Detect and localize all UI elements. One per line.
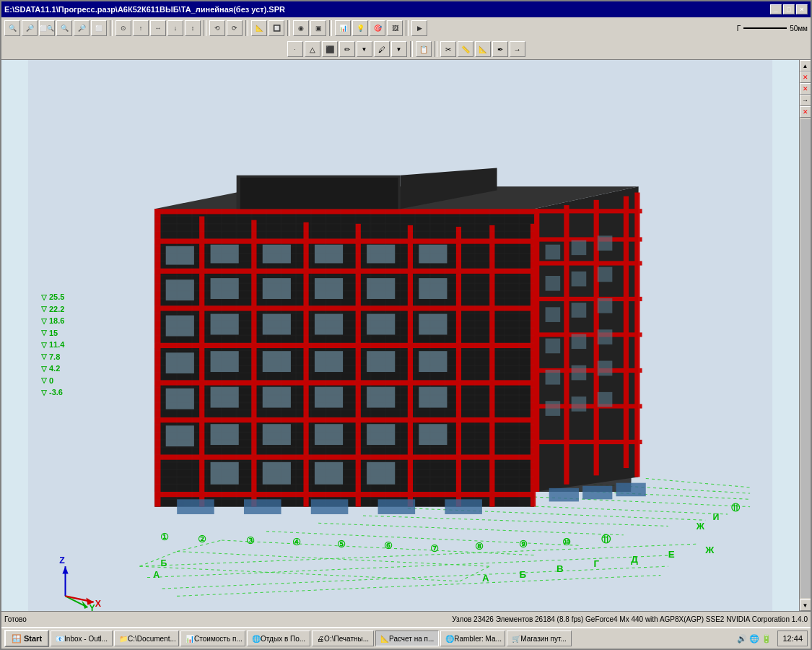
taskbar-item-icon-4: 🖨 <box>317 635 324 643</box>
chart-button[interactable]: 📊 <box>335 20 351 36</box>
level-value: 18.6 <box>49 315 64 327</box>
clock-display: 12:44 <box>782 634 803 643</box>
separator-6 <box>406 20 409 36</box>
taskbar-item-6[interactable]: 🌐 Rambler: Ма... <box>440 630 505 646</box>
svg-text:И: И <box>713 512 720 522</box>
dropdown1-button[interactable]: ▼ <box>357 41 372 57</box>
play-button[interactable]: ▶ <box>411 20 427 36</box>
select2-button[interactable]: ▣ <box>310 20 326 36</box>
clipboard-button[interactable]: 📋 <box>416 41 432 57</box>
dropdown2-button[interactable]: ▼ <box>391 41 407 57</box>
svg-text:①: ① <box>160 532 169 542</box>
svg-text:Ж: Ж <box>704 545 715 555</box>
start-button[interactable]: 🪟 Start <box>4 630 49 647</box>
svg-text:⑥: ⑥ <box>384 540 393 551</box>
svg-rect-42 <box>534 209 539 492</box>
svg-text:Е: Е <box>668 549 675 560</box>
scroll-arrow-btn[interactable]: → <box>800 95 811 106</box>
zoom-in-button[interactable]: 🔍 <box>4 20 20 36</box>
taskbar-item-icon-1: 📁 <box>119 635 128 643</box>
dot-tool-button[interactable]: · <box>287 41 303 57</box>
status-ready: Готово <box>4 615 452 623</box>
level-18-6: ▽ 18.6 <box>41 315 64 327</box>
pencil-tool-button[interactable]: ✏ <box>339 41 355 57</box>
svg-text:⑪: ⑪ <box>601 534 611 545</box>
maximize-button[interactable]: □ <box>783 4 795 14</box>
svg-text:А: А <box>153 570 160 580</box>
view-button[interactable]: 🖼 <box>387 20 403 36</box>
toolbar-row-2: · △ ⬛ ✏ ▼ 🖊 ▼ 📋 ✂ 📏 📐 ✒ → <box>1 39 811 59</box>
svg-rect-112 <box>598 392 613 407</box>
minimize-button[interactable]: _ <box>770 4 782 14</box>
svg-text:②: ② <box>198 534 206 545</box>
taskbar-tray: 🔊 🌐 🔋 12:44 <box>737 630 808 646</box>
rotate-cw-button[interactable]: ⟳ <box>227 20 243 36</box>
shade-button[interactable]: 🔲 <box>269 20 284 36</box>
taskbar-item-4[interactable]: 🖨 O:\Печатны... <box>312 630 374 646</box>
taskbar-item-icon-6: 🌐 <box>445 635 454 643</box>
scroll-down-button[interactable]: ▼ <box>800 599 811 611</box>
svg-rect-119 <box>244 499 281 514</box>
arrow-button[interactable]: → <box>510 41 525 57</box>
svg-rect-49 <box>534 332 642 337</box>
svg-rect-45 <box>624 196 629 468</box>
taskbar-item-5[interactable]: 📐 Расчет на п... <box>375 630 439 646</box>
svg-rect-108 <box>572 365 587 381</box>
scale-label: 50мм <box>790 25 808 32</box>
orbit-button[interactable]: ↕ <box>185 20 201 36</box>
taskbar-clock: 12:44 <box>777 630 808 646</box>
cut-tool-button[interactable]: ✂ <box>440 41 456 57</box>
taskbar-item-0[interactable]: 📧 Inbox - Outl... <box>51 630 113 646</box>
taskbar-item-1[interactable]: 📁 C:\Document... <box>114 630 179 646</box>
zoom-box-button[interactable]: ⬜🔍 <box>39 20 55 36</box>
angle-button[interactable]: 📐 <box>475 41 491 57</box>
right-scrollbar: ▲ ✕ ✕ → ✕ ▼ <box>799 60 811 611</box>
rotate-ccw-button[interactable]: ⟲ <box>209 20 225 36</box>
pan-down-button[interactable]: ↓ <box>167 20 183 36</box>
svg-rect-52 <box>534 440 642 444</box>
pan-up-button[interactable]: ↑ <box>133 20 149 36</box>
zoom-in2-button[interactable]: 🔍 <box>56 20 72 36</box>
close-button[interactable]: × <box>796 4 808 14</box>
svg-rect-54 <box>534 237 642 241</box>
level-value: -3.6 <box>49 386 63 399</box>
target-button[interactable]: 🎯 <box>370 20 385 36</box>
svg-rect-120 <box>311 499 349 514</box>
scrollbar-track[interactable] <box>800 119 811 598</box>
window-title: E:\SDATA11.1\Прогресс.разр\А6К52К611ВЫБ\… <box>4 5 285 14</box>
zoom-extent-button[interactable]: ⬜ <box>91 20 107 36</box>
svg-rect-102 <box>572 303 587 318</box>
svg-rect-109 <box>598 361 613 376</box>
viewport[interactable]: ① ② ③ ④ ⑤ ⑥ ⑦ ⑧ ⑨ ⑩ ⑪ А Б В Г <box>1 60 799 611</box>
pan-lr-button[interactable]: ↔ <box>150 20 166 36</box>
level-11-4: ▽ 11.4 <box>41 339 64 351</box>
taskbar-item-3[interactable]: 🌐 Отдых в По... <box>247 630 310 646</box>
taskbar-item-2[interactable]: 📊 Стоимость п... <box>180 630 245 646</box>
level-value: 22.2 <box>49 303 64 316</box>
draw-button[interactable]: ✒ <box>492 41 508 57</box>
measure-button[interactable]: 📏 <box>458 41 473 57</box>
triangle-tool-button[interactable]: △ <box>305 41 320 57</box>
tray-icon-1: 🔊 <box>737 634 747 644</box>
select-button[interactable]: ◉ <box>293 20 309 36</box>
pen-tool-button[interactable]: 🖊 <box>374 41 390 57</box>
svg-text:④: ④ <box>292 537 301 547</box>
separator-2 <box>204 20 206 36</box>
taskbar-item-7[interactable]: 🛒 Магазин пут... <box>507 630 572 646</box>
scroll-x-btn3[interactable]: ✕ <box>800 106 811 118</box>
svg-rect-121 <box>378 499 416 514</box>
fill-tool-button[interactable]: ⬛ <box>322 41 338 57</box>
taskbar-item-icon-3: 🌐 <box>252 635 261 643</box>
render-button[interactable]: 📐 <box>251 20 267 36</box>
zoom-out-button[interactable]: 🔎 <box>22 20 38 36</box>
svg-text:⑨: ⑨ <box>519 539 528 550</box>
center-button[interactable]: ⊙ <box>115 20 131 36</box>
level-value: 25.5 <box>49 291 64 303</box>
scroll-up-button[interactable]: ▲ <box>800 60 811 72</box>
scroll-x-btn2[interactable]: ✕ <box>800 83 811 95</box>
svg-text:Г: Г <box>594 558 600 569</box>
zoom-out2-button[interactable]: 🔎 <box>74 20 90 36</box>
light-button[interactable]: 💡 <box>352 20 368 36</box>
title-bar: E:\SDATA11.1\Прогресс.разр\А6К52К611ВЫБ\… <box>1 1 811 17</box>
scroll-x-btn1[interactable]: ✕ <box>800 72 811 83</box>
